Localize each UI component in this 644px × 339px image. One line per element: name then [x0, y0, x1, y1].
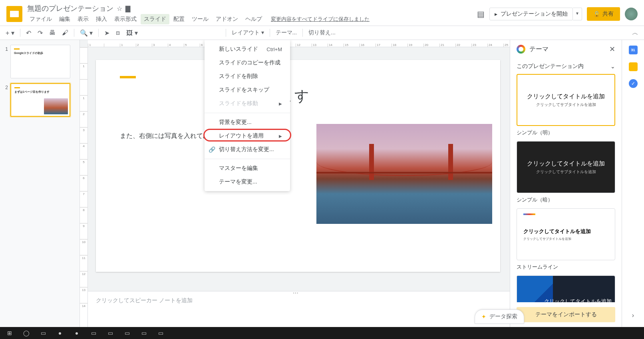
layout-dropdown[interactable]: レイアウト ▾	[229, 28, 266, 38]
slide-menu-dropdown: 新しいスライドCtrl+Mスライドのコピーを作成スライドを削除スライドをスキップ…	[205, 40, 290, 191]
move-folder-icon[interactable]: ▇	[125, 5, 130, 12]
slide-accent-bar	[120, 76, 136, 78]
slide-title[interactable]: じめを作ります	[120, 86, 476, 106]
thumb-number: 2	[3, 83, 8, 117]
menu-スライド[interactable]: スライド	[141, 14, 169, 24]
taskbar-app[interactable]: ▭	[85, 328, 101, 338]
menu-item[interactable]: テーマを変更...	[205, 175, 290, 189]
tasks-icon[interactable]	[629, 79, 638, 88]
menu-item[interactable]: 🔗切り替え方法を変更...	[205, 143, 290, 156]
paint-format-button[interactable]: 🖌	[60, 28, 71, 38]
slide-canvas[interactable]: じめを作ります します。 また、右側には写真を入れてみます。	[96, 60, 500, 272]
theme-panel-title: テーマ	[529, 45, 605, 54]
theme-section-label: このプレゼンテーション内	[517, 63, 584, 70]
transition-button[interactable]: 切り替え...	[306, 28, 338, 38]
slide-thumbnail[interactable]: まずは1ページ目を作ります	[10, 83, 70, 117]
new-slide-button[interactable]: + ▾	[3, 28, 17, 38]
slides-logo[interactable]	[6, 6, 22, 22]
menu-編集[interactable]: 編集	[56, 14, 74, 24]
star-icon[interactable]: ☆	[117, 5, 122, 12]
share-button[interactable]: 🔒 共有	[587, 7, 620, 21]
menu-item[interactable]: レイアウトを適用▶	[205, 129, 290, 143]
taskbar-app[interactable]: ●	[52, 328, 68, 338]
theme-button[interactable]: テーマ...	[273, 28, 300, 38]
thumb-number: 1	[3, 45, 8, 78]
taskbar-start[interactable]: ⊞	[2, 328, 18, 338]
taskbar-search[interactable]: ◯	[18, 328, 34, 338]
lock-icon: 🔒	[593, 11, 600, 17]
theme-card[interactable]: クリックしてタイトルを追加クリックしてサブタイトルを追加	[517, 74, 615, 126]
theme-panel: テーマ ✕ このプレゼンテーション内 ⌄ クリックしてタイトルを追加クリックして…	[510, 40, 622, 327]
menu-配置[interactable]: 配置	[170, 14, 188, 24]
taskbar-app[interactable]: ▭	[153, 328, 169, 338]
menu-item[interactable]: スライドをスキップ	[205, 83, 290, 97]
print-button[interactable]: 🖶	[47, 28, 58, 38]
explore-button[interactable]: ✦ データ探索	[475, 309, 524, 324]
notes-placeholder: クリックしてスピーカー ノートを追加	[96, 297, 193, 303]
theme-name: シンプル（暗）	[517, 196, 615, 203]
ruler-horizontal: 1123456789101112131415161718192021222324…	[88, 40, 510, 47]
notes-resize-handle[interactable]	[293, 290, 305, 293]
menu-item: スライドを移動▶	[205, 97, 290, 110]
zoom-button[interactable]: 🔍 ▾	[78, 28, 95, 38]
present-dropdown[interactable]: ▼	[573, 8, 582, 20]
menu-ファイル[interactable]: ファイル	[26, 14, 55, 24]
import-theme-button[interactable]: テーマをインポートする	[517, 307, 615, 322]
ruler-vertical: 11234567891011121314	[80, 47, 88, 327]
menu-item[interactable]: スライドのコピーを作成	[205, 56, 290, 70]
windows-taskbar: ⊞ ◯ ▭ ● ● ▭ ▭ ▭ ▭ ▭	[0, 327, 644, 339]
taskbar-app[interactable]: ▭	[102, 328, 118, 338]
palette-icon	[517, 45, 525, 54]
doc-title[interactable]: 無題のプレゼンテーション	[27, 4, 113, 13]
image-tool[interactable]: 🖼 ▾	[124, 28, 140, 38]
select-tool[interactable]: ➤	[102, 28, 112, 38]
present-button[interactable]: ▸ プレゼンテーションを開始	[489, 8, 573, 20]
redo-button[interactable]: ↷	[35, 28, 45, 38]
expand-rail-icon[interactable]: ›	[632, 312, 634, 319]
menubar: ファイル編集表示挿入表示形式スライド配置ツールアドオンヘルプ変更内容をすべてドラ…	[26, 13, 477, 24]
canvas-area: 1123456789101112131415161718192021222324…	[80, 40, 510, 327]
explore-label: データ探索	[489, 313, 517, 320]
toolbar: + ▾ ↶ ↷ 🖶 🖌 🔍 ▾ ➤ ⧈ 🖼 ▾ レイアウト ▾ テーマ... 切…	[0, 26, 644, 40]
menu-item[interactable]: マスターを編集	[205, 162, 290, 175]
menu-ツール[interactable]: ツール	[189, 14, 212, 24]
taskbar-app[interactable]: ▭	[136, 328, 152, 338]
close-icon[interactable]: ✕	[609, 45, 615, 54]
taskbar-app[interactable]: ▭	[119, 328, 135, 338]
theme-list: クリックしてタイトルを追加クリックしてサブタイトルを追加シンプル（明）クリックし…	[510, 74, 622, 302]
chevron-down-icon: ⌄	[610, 63, 615, 70]
menu-item[interactable]: スライドを削除	[205, 70, 290, 83]
menu-アドオン[interactable]: アドオン	[213, 14, 241, 24]
menu-item[interactable]: 背景を変更...	[205, 116, 290, 129]
account-avatar[interactable]	[625, 8, 638, 20]
menu-挿入[interactable]: 挿入	[93, 14, 110, 24]
menu-item[interactable]: 新しいスライドCtrl+M	[205, 42, 290, 56]
theme-card[interactable]: クリックしてタイトルを追加	[517, 275, 615, 302]
menu-表示[interactable]: 表示	[74, 14, 92, 24]
slide-image[interactable]	[316, 124, 492, 224]
play-icon: ▸	[495, 11, 497, 17]
comments-icon[interactable]: ▤	[477, 9, 485, 19]
taskbar-app[interactable]: ●	[69, 328, 85, 338]
taskbar-taskview[interactable]: ▭	[35, 328, 51, 338]
theme-name: ストリームライン	[517, 263, 615, 271]
explore-star-icon: ✦	[481, 313, 486, 320]
menu-表示形式[interactable]: 表示形式	[111, 14, 140, 24]
calendar-icon[interactable]: 31	[629, 46, 638, 54]
keep-icon[interactable]	[629, 62, 638, 71]
textbox-tool[interactable]: ⧈	[113, 28, 122, 38]
undo-button[interactable]: ↶	[24, 28, 34, 38]
theme-name: シンプル（明）	[517, 129, 615, 136]
present-label: プレゼンテーションを開始	[501, 10, 568, 18]
speaker-notes[interactable]: クリックしてスピーカー ノートを追加	[88, 291, 510, 327]
filmstrip: 1Googleスライドの初歩2まずは1ページ目を作ります	[0, 40, 80, 327]
collapse-toolbar-icon[interactable]: ︿	[630, 27, 641, 39]
theme-card[interactable]: クリックしてタイトルを追加クリックしてサブタイトルを追加	[517, 208, 615, 260]
theme-section-header[interactable]: このプレゼンテーション内 ⌄	[510, 59, 622, 74]
menu-ヘルプ[interactable]: ヘルプ	[242, 14, 265, 24]
side-rail: 31 ›	[622, 40, 644, 327]
link-icon: 🔗	[209, 146, 215, 153]
slide-thumbnail[interactable]: Googleスライドの初歩	[10, 45, 70, 78]
save-status[interactable]: 変更内容をすべてドライブに保存しました	[271, 16, 370, 23]
theme-card[interactable]: クリックしてタイトルを追加クリックしてサブタイトルを追加	[517, 141, 615, 193]
